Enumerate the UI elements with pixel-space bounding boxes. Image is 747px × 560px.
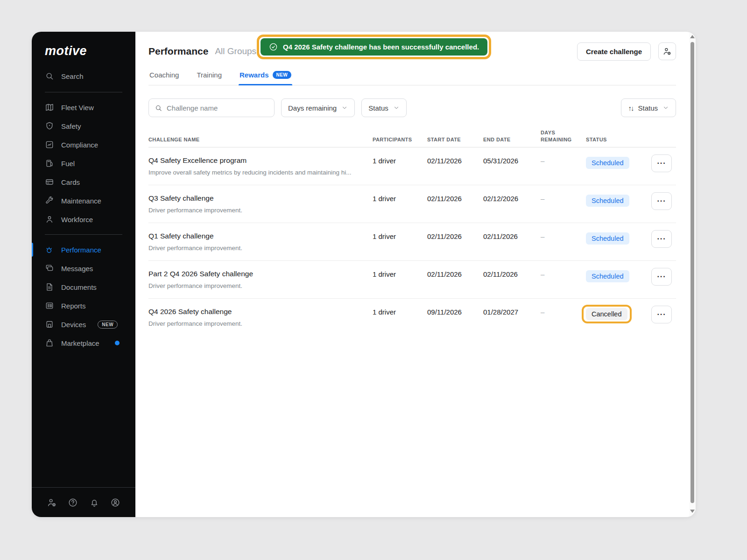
sidebar-primary-nav: Fleet ViewSafetyComplianceFuelCardsMaint…: [32, 98, 135, 229]
filter-bar: Days remaining Status ↑↓ Status: [148, 98, 676, 117]
scrollbar-thumb[interactable]: [691, 42, 694, 503]
sidebar-item-compliance[interactable]: Compliance: [32, 135, 135, 154]
check-circle-icon: [269, 42, 278, 51]
sort-control[interactable]: ↑↓ Status: [621, 98, 676, 117]
challenge-name: Q1 Safety challenge: [148, 231, 373, 240]
sidebar-item-safety[interactable]: Safety: [32, 117, 135, 135]
table-row[interactable]: Q3 Safety challengeDriver performance im…: [148, 185, 676, 223]
tab-label: Training: [197, 71, 222, 79]
row-menu-button[interactable]: ···: [651, 230, 672, 248]
sidebar-secondary-nav: PerformanceMessagesDocumentsReportsDevic…: [32, 240, 135, 352]
row-menu-button[interactable]: ···: [651, 268, 672, 286]
actions-cell: ···: [651, 155, 676, 172]
person-gear-icon: [662, 47, 672, 56]
bell-icon[interactable]: [89, 497, 99, 508]
participants-cell: 1 driver: [373, 269, 427, 278]
actions-cell: ···: [651, 269, 676, 286]
table-row[interactable]: Q4 Safety Excellence programImprove over…: [148, 147, 676, 185]
tab-rewards[interactable]: RewardsNEW: [239, 66, 292, 85]
participants-cell: 1 driver: [373, 193, 427, 203]
status-badge: Scheduled: [586, 157, 629, 169]
table-row[interactable]: Q1 Safety challengeDriver performance im…: [148, 223, 676, 261]
sidebar-item-label: Marketplace: [61, 339, 99, 347]
challenge-name: Q3 Safety challenge: [148, 193, 373, 203]
group-selector[interactable]: All Groups: [215, 46, 256, 56]
sidebar-item-maintenance[interactable]: Maintenance: [32, 191, 135, 210]
row-menu-button[interactable]: ···: [651, 192, 672, 210]
challenge-description: Improve overall safety metrics by reduci…: [148, 169, 373, 176]
status-badge: Scheduled: [586, 270, 629, 282]
sidebar-item-label: Performance: [61, 246, 101, 254]
actions-cell: ···: [651, 307, 676, 323]
tab-training[interactable]: Training: [196, 66, 223, 85]
days-remaining-cell: –: [541, 307, 586, 316]
manage-users-button[interactable]: [658, 42, 676, 60]
days-remaining-cell: –: [541, 155, 586, 165]
scroll-up-arrow[interactable]: [690, 35, 695, 38]
col-status: Status: [586, 136, 651, 143]
challenge-name: Part 2 Q4 2026 Safety challenge: [148, 269, 373, 278]
sidebar-item-label: Devices: [61, 321, 86, 329]
sidebar-item-cards[interactable]: Cards: [32, 173, 135, 191]
search-icon: [155, 104, 162, 112]
person-gear-icon[interactable]: [47, 497, 57, 508]
start-date-cell: 02/11/2026: [427, 155, 483, 165]
device-icon: [45, 320, 54, 329]
create-challenge-button[interactable]: Create challenge: [577, 42, 651, 61]
sidebar-item-label: Messages: [61, 265, 93, 273]
row-menu-button[interactable]: ···: [651, 306, 672, 323]
status-filter[interactable]: Status: [361, 98, 407, 117]
days-remaining-cell: –: [541, 193, 586, 203]
motive-logo: motive: [32, 32, 135, 63]
end-date-cell: 05/31/2026: [483, 155, 541, 165]
toast-message: Q4 2026 Safety challenge has been succes…: [283, 43, 479, 51]
app-window: motive Search Fleet ViewSafetyCompliance…: [32, 32, 696, 517]
sidebar-item-reports[interactable]: Reports: [32, 296, 135, 315]
sidebar-item-marketplace[interactable]: Marketplace: [32, 334, 135, 352]
sidebar-footer: [32, 487, 135, 517]
sidebar-item-fleet-view[interactable]: Fleet View: [32, 98, 135, 117]
sidebar-item-search[interactable]: Search: [32, 67, 135, 85]
row-menu-button[interactable]: ···: [651, 154, 672, 172]
scroll-down-arrow[interactable]: [690, 510, 695, 513]
tab-coaching[interactable]: Coaching: [148, 66, 180, 85]
header-actions: Create challenge: [577, 42, 676, 61]
map-icon: [45, 103, 54, 112]
sidebar-item-label: Maintenance: [61, 197, 101, 205]
col-start-date: Start date: [427, 136, 483, 143]
challenge-name-cell: Q4 2026 Safety challengeDriver performan…: [148, 307, 373, 327]
start-date-cell: 09/11/2026: [427, 307, 483, 316]
table-row[interactable]: Q4 2026 Safety challengeDriver performan…: [148, 299, 676, 336]
chevron-down-icon: [341, 105, 348, 111]
days-remaining-filter[interactable]: Days remaining: [281, 98, 355, 117]
tab-label: Rewards: [240, 71, 269, 79]
challenge-description: Driver performance improvement.: [148, 282, 373, 289]
search-icon: [45, 71, 54, 81]
sidebar-item-devices[interactable]: DevicesNEW: [32, 315, 135, 334]
sidebar-item-label: Fleet View: [61, 104, 94, 112]
person-icon: [45, 215, 54, 224]
sidebar-item-fuel[interactable]: Fuel: [32, 154, 135, 173]
status-badge: Scheduled: [586, 232, 629, 245]
sidebar-item-label: Workforce: [61, 216, 93, 224]
chart-square-icon: [45, 140, 54, 149]
card-icon: [45, 177, 54, 187]
sidebar-item-performance[interactable]: Performance: [32, 240, 135, 259]
sidebar-item-messages[interactable]: Messages: [32, 259, 135, 278]
days-remaining-cell: –: [541, 269, 586, 278]
sidebar-item-documents[interactable]: Documents: [32, 278, 135, 296]
account-circle-icon[interactable]: [110, 497, 120, 508]
help-circle-icon[interactable]: [68, 497, 78, 508]
sidebar-spacer: [32, 352, 135, 487]
col-participants: Participants: [373, 136, 427, 143]
challenge-search-input[interactable]: [167, 104, 268, 112]
challenge-description: Driver performance improvement.: [148, 245, 373, 252]
chevron-down-icon: [662, 105, 669, 111]
challenge-search-box[interactable]: [148, 98, 275, 117]
sidebar: motive Search Fleet ViewSafetyCompliance…: [32, 32, 135, 517]
sidebar-item-workforce[interactable]: Workforce: [32, 210, 135, 229]
col-end-date: End date: [483, 136, 541, 143]
table-row[interactable]: Part 2 Q4 2026 Safety challengeDriver pe…: [148, 261, 676, 299]
vertical-scrollbar[interactable]: [689, 32, 696, 517]
table-header-row: Challenge name Participants Start date E…: [148, 129, 676, 147]
